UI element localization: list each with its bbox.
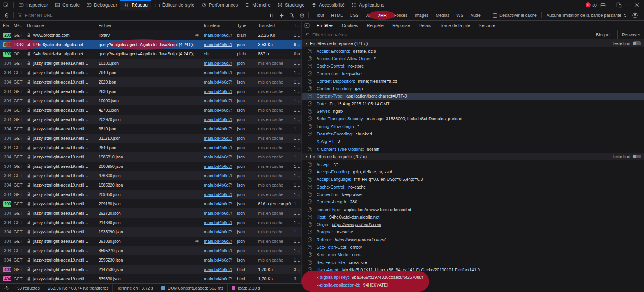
request-row[interactable]: 304GETjazzy-starlight-aeea19.netli…47660… [0,171,302,180]
initiator-link[interactable]: main.bd4b6d75.j… [204,220,232,225]
new-request-icon[interactable] [276,10,287,20]
request-row[interactable]: 304GETjazzy-starlight-aeea19.netli…2630.… [0,87,302,96]
request-row[interactable]: 200GETjazzy-starlight-aeea19.netli…20916… [0,199,302,208]
tab-inspecteur[interactable]: Inspecteur [15,0,51,10]
header-info-icon[interactable]: ? [308,222,312,227]
header-info-icon[interactable]: ? [308,71,312,76]
tab-console[interactable]: Console [51,0,83,10]
header-row-pragma[interactable]: ?Pragma:no-cache [302,228,644,236]
request-row[interactable]: 304GETjazzy-starlight-aeea19.netli…29273… [0,208,302,218]
header-row-sec-fetch-site[interactable]: ?Sec-Fetch-Site:cross-site [302,258,644,266]
clear-requests-icon[interactable] [2,10,12,20]
request-row[interactable]: 200OP…94he6yatei-dsn.algolia.netquery?x-… [0,49,302,59]
request-filter-images[interactable]: Images [411,10,432,20]
initiator-link[interactable]: main.bd4b6d75.j… [204,98,232,103]
column-header-transfert[interactable]: Transfert [255,21,291,30]
header-info-icon[interactable]: ? [308,185,312,189]
initiator-link[interactable]: main.bd4b6d75.j… [204,201,232,206]
header-row-referer[interactable]: ?Referer:https://www.protondb.com/ [302,236,644,243]
header-row-host[interactable]: ?Host:94he6yatei-dsn.algolia.net [302,213,644,221]
request-filter-html[interactable]: HTML [328,10,346,20]
request-row[interactable]: 304GETjazzy-starlight-aeea19.netli…2620.… [0,77,302,87]
header-row-sec-fetch-mode[interactable]: ?Sec-Fetch-Mode:cors [302,251,644,258]
header-row-sec-fetch-dest[interactable]: ?Sec-Fetch-Dest:empty [302,243,644,251]
header-value-link[interactable]: https://www.protondb.com/ [335,237,386,242]
header-row-user-agent[interactable]: ?User-Agent:Mozilla/5.0 (X11; Linux x86_… [302,266,644,273]
request-filter-css[interactable]: CSS [347,10,362,20]
headers-filter-input[interactable]: Filtrer les en-têtes [312,32,589,37]
initiator-link[interactable]: main.bd4b6d75.j… [204,61,232,66]
header-info-icon[interactable]: ? [308,56,312,61]
header-row-content-length[interactable]: ?Content-Length:280 [302,198,644,206]
column-header-fichier[interactable]: Fichier [96,21,201,30]
throttle-select[interactable]: Aucune limitation de la bande passante [543,13,630,18]
tab-memoire[interactable]: Mémoire [241,0,274,10]
tab-performances[interactable]: Performances [198,0,242,10]
column-header-eta[interactable]: Éta [0,21,11,30]
initiator-link[interactable]: main.bd4b6d75.j… [204,267,232,272]
header-info-icon[interactable]: ? [308,64,312,68]
header-info-icon[interactable]: ? [308,49,312,53]
header-info-icon[interactable]: ? [308,260,312,265]
column-header-domaine[interactable]: Domaine [24,21,96,30]
header-value-link[interactable]: https://www.protondb.com [332,222,381,227]
header-info-icon[interactable]: ? [308,215,312,219]
split-panel-toggle-icon[interactable] [302,21,312,30]
network-settings-gear-icon[interactable] [630,10,640,20]
header-row-cache-control[interactable]: ?Cache-Control:no-cache [302,183,644,191]
request-filter-tout[interactable]: Tout [313,10,327,20]
details-tab-trace-de-la-pile[interactable]: Trace de la pile [435,21,474,30]
request-row[interactable]: 304GETjazzy-starlight-aeea19.netli…39308… [0,237,302,246]
header-row-accept-encoding[interactable]: ?Accept-Encoding:gzip, deflate, br, zstd [302,168,644,175]
block-url-icon[interactable] [297,10,307,20]
initiator-link[interactable]: main.bd4b6d75.j… [204,80,232,84]
request-row[interactable]: 304GETjazzy-starlight-aeea19.netli…20965… [0,190,302,199]
header-info-icon[interactable]: ? [308,79,312,84]
request-row[interactable]: 304GETjazzy-starlight-aeea19.netli…7940.… [0,68,302,77]
header-info-icon[interactable]: ? [308,124,312,129]
error-count-badge[interactable]: ! 30 [586,2,597,7]
request-row[interactable]: 304GETjazzy-starlight-aeea19.netli…35952… [0,246,302,255]
request-row[interactable]: 304GETjazzy-starlight-aeea19.netli…20297… [0,115,302,124]
header-row-x-content-type-options[interactable]: ?X-Content-Type-Options:nosniff [302,145,644,153]
header-info-icon[interactable]: ? [308,147,312,151]
initiator-link[interactable]: main.bd4b6d75.j… [204,276,232,281]
request-filter-js[interactable]: JS [363,10,374,20]
header-row-content-disposition[interactable]: ?Content-Disposition:inline; filename=a.… [302,77,644,85]
request-row[interactable]: 304GETjazzy-starlight-aeea19.netli…19858… [0,152,302,162]
initiator-link[interactable]: main.bd4b6d75.j… [204,42,232,47]
initiator-link[interactable]: main.bd4b6d75.j… [204,145,232,150]
disable-cache-checkbox[interactable]: Désactiver le cache [490,13,540,18]
request-filter-medias[interactable]: Médias [432,10,452,20]
request-filter-autre[interactable]: Autre [467,10,484,20]
header-info-icon[interactable]: ? [308,199,312,204]
details-tab-delais[interactable]: Délais [414,21,435,30]
tab-stockage[interactable]: Stockage [274,0,308,10]
tab-editeur-de-style[interactable]: { }Éditeur de style [151,0,198,10]
request-row[interactable]: 200POST94he6yatei-dsn.algolia.netquery?x… [0,40,302,49]
element-picker-button[interactable] [0,0,12,10]
header-row-accept[interactable]: ?Accept:*/* [302,160,644,168]
request-row[interactable]: 304GETjazzy-starlight-aeea19.netli…10090… [0,96,302,105]
header-row-x-alg-pt[interactable]: ?X-Alg-PT:3 [302,138,644,145]
responsive-mode-icon[interactable] [616,2,622,8]
header-info-icon[interactable]: ? [308,132,312,136]
close-icon[interactable] [634,2,639,7]
request-row[interactable]: 304GETjazzy-starlight-aeea19.netli…42700… [0,105,302,115]
raw-text-toggle[interactable]: Texte brut [612,154,641,159]
initiator-link[interactable]: main.bd4b6d75.j… [204,89,232,94]
raw-toggle-switch[interactable] [633,155,641,158]
header-row-strict-transport-security[interactable]: ?Strict-Transport-Security:max-age=31536… [302,115,644,123]
tab-applications[interactable]: Applications [348,0,388,10]
dock-side-icon[interactable] [600,2,606,8]
details-tab-reponse[interactable]: Réponse [388,21,414,30]
header-info-icon[interactable]: ? [308,177,312,182]
header-row-content-encoding[interactable]: ?Content-Encoding:gzip [302,85,644,92]
raw-toggle-switch[interactable] [633,41,641,45]
header-row-content-type[interactable]: ?Content-Type:application/json; charset=… [302,93,644,100]
request-row[interactable]: 404GETjazzy-starlight-aeea19.netli…21475… [0,265,302,274]
initiator-link[interactable]: main.bd4b6d75.j… [204,239,232,244]
details-tab-cookies[interactable]: Cookies [338,21,363,30]
header-info-icon[interactable]: ? [308,101,312,106]
request-row[interactable]: 304GETjazzy-starlight-aeea19.netli…19858… [0,180,302,190]
